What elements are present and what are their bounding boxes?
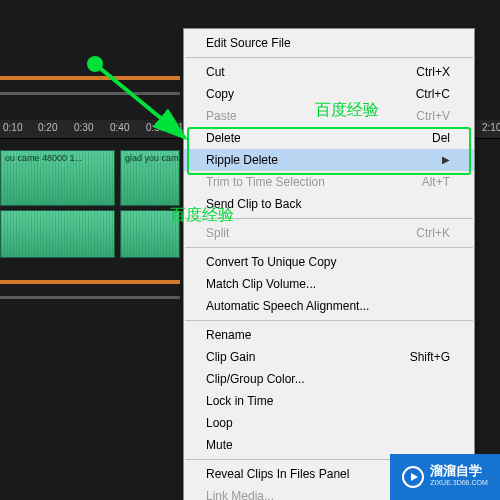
submenu-arrow-icon: ▶ [442, 152, 450, 168]
menu-item-shortcut: Ctrl+C [416, 86, 450, 102]
audio-clip[interactable]: glad you came [120, 150, 180, 206]
menu-item-label: Cut [206, 64, 225, 80]
audio-clip[interactable]: ou came 48000 1... [0, 150, 115, 206]
timeline-region [0, 280, 180, 284]
menu-item-label: Lock in Time [206, 393, 273, 409]
menu-item-auto-speech[interactable]: Automatic Speech Alignment... [184, 295, 474, 317]
menu-item-label: Trim to Time Selection [206, 174, 325, 190]
menu-item-loop[interactable]: Loop [184, 412, 474, 434]
menu-item-label: Link Media... [206, 488, 274, 500]
menu-item-label: Clip Gain [206, 349, 255, 365]
menu-item-shortcut: Ctrl+X [416, 64, 450, 80]
menu-item-rename[interactable]: Rename [184, 324, 474, 346]
menu-item-delete[interactable]: DeleteDel [184, 127, 474, 149]
ruler-tick: 0:10 [3, 122, 22, 133]
menu-item-cut[interactable]: CutCtrl+X [184, 61, 474, 83]
ruler-tick: 0:40 [110, 122, 129, 133]
menu-item-clip-color[interactable]: Clip/Group Color... [184, 368, 474, 390]
timeline-region [0, 76, 180, 80]
menu-item-edit-source[interactable]: Edit Source File [184, 32, 474, 54]
menu-item-clip-gain[interactable]: Clip GainShift+G [184, 346, 474, 368]
menu-item-shortcut: Del [432, 130, 450, 146]
ruler-tick: 0:50 [146, 122, 165, 133]
logo-subtitle: ZIXUE.3D66.COM [430, 477, 488, 489]
menu-item-label: Send Clip to Back [206, 196, 301, 212]
logo-title: 溜溜自学 [430, 465, 488, 477]
menu-separator [185, 57, 473, 58]
menu-item-paste: PasteCtrl+V [184, 105, 474, 127]
menu-item-split: SplitCtrl+K [184, 222, 474, 244]
menu-item-ripple-delete[interactable]: Ripple Delete▶ [184, 149, 474, 171]
menu-item-label: Automatic Speech Alignment... [206, 298, 369, 314]
menu-item-shortcut: Alt+T [422, 174, 450, 190]
menu-item-label: Match Clip Volume... [206, 276, 316, 292]
ruler-tick: 2:10 [482, 122, 500, 133]
menu-item-label: Edit Source File [206, 35, 291, 51]
ruler-tick: 0:20 [38, 122, 57, 133]
menu-item-label: Split [206, 225, 229, 241]
menu-separator [185, 320, 473, 321]
menu-item-label: Convert To Unique Copy [206, 254, 337, 270]
menu-item-label: Copy [206, 86, 234, 102]
site-logo: 溜溜自学 ZIXUE.3D66.COM [390, 454, 500, 500]
play-circle-icon [402, 466, 424, 488]
menu-separator [185, 247, 473, 248]
context-menu: Edit Source FileCutCtrl+XCopyCtrl+CPaste… [183, 28, 475, 500]
menu-item-shortcut: Ctrl+V [416, 108, 450, 124]
menu-item-shortcut: Shift+G [410, 349, 450, 365]
menu-item-mute[interactable]: Mute [184, 434, 474, 456]
menu-item-shortcut: Ctrl+K [416, 225, 450, 241]
menu-item-match-vol[interactable]: Match Clip Volume... [184, 273, 474, 295]
timeline-marker-row [0, 92, 180, 95]
menu-item-trim: Trim to Time SelectionAlt+T [184, 171, 474, 193]
menu-item-lock[interactable]: Lock in Time [184, 390, 474, 412]
timeline-marker-row [0, 296, 180, 299]
menu-item-label: Ripple Delete [206, 152, 278, 168]
menu-item-copy[interactable]: CopyCtrl+C [184, 83, 474, 105]
menu-item-label: Clip/Group Color... [206, 371, 305, 387]
menu-item-label: Loop [206, 415, 233, 431]
ruler-tick: 0:30 [74, 122, 93, 133]
menu-item-label: Reveal Clips In Files Panel [206, 466, 349, 482]
menu-separator [185, 218, 473, 219]
menu-item-label: Paste [206, 108, 237, 124]
menu-item-convert[interactable]: Convert To Unique Copy [184, 251, 474, 273]
menu-item-label: Delete [206, 130, 241, 146]
menu-item-label: Mute [206, 437, 233, 453]
audio-clip-lower[interactable] [0, 210, 115, 258]
audio-clip-lower[interactable] [120, 210, 180, 258]
menu-item-label: Rename [206, 327, 251, 343]
menu-item-send-back[interactable]: Send Clip to Back [184, 193, 474, 215]
